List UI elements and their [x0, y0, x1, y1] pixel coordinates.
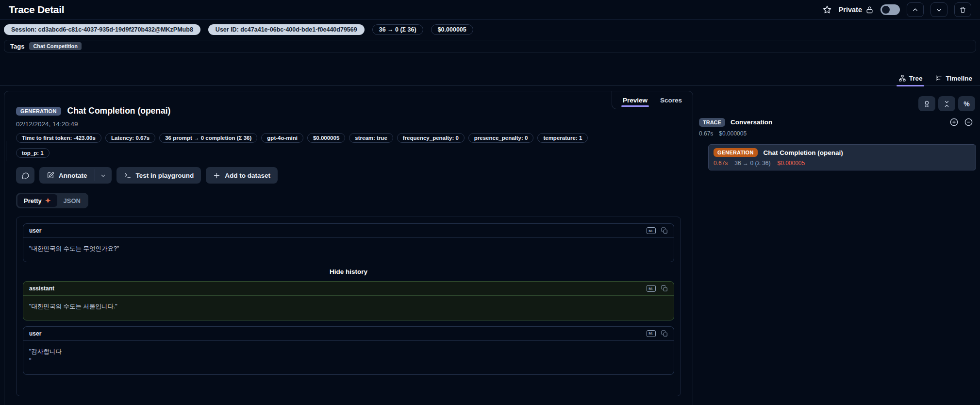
hide-history-button[interactable]: Hide history [23, 268, 674, 275]
annotate-split-button: Annotate [39, 167, 112, 184]
token-usage-badge: 36 → 0 (Σ 36) [372, 24, 423, 35]
format-json-segment[interactable]: JSON [57, 195, 87, 207]
copy-icon[interactable] [661, 285, 668, 292]
privacy-status: Private [839, 6, 874, 14]
tags-label: Tags [10, 43, 24, 50]
format-json-label: JSON [64, 197, 81, 204]
tag-chip[interactable]: Chat Competition [29, 42, 82, 50]
messages-container: user M↓ "대한민국의 수도는 무엇인가요?" Hide history … [16, 217, 681, 396]
session-badge[interactable]: Session: cd3abcd6-c81c-4037-935d-19d9f27… [4, 24, 200, 35]
bookmark-star-icon[interactable] [822, 5, 832, 15]
message-role-label: user [29, 330, 41, 337]
format-toggle: Pretty ✦ JSON [16, 193, 88, 208]
tab-preview[interactable]: Preview [623, 91, 648, 109]
trace-metrics: 0.67s $0.000005 [699, 130, 976, 137]
copy-icon[interactable] [661, 227, 668, 234]
markdown-toggle-icon[interactable]: M↓ [647, 330, 656, 337]
tab-scores-label: Scores [660, 97, 682, 104]
tab-preview-label: Preview [623, 97, 648, 104]
tree-icon [898, 74, 906, 82]
plus-icon [213, 172, 220, 179]
observation-detail-panel: Preview Scores GENERATION Chat Completio… [4, 91, 693, 405]
message-user-1: user M↓ "대한민국의 수도는 무엇인가요?" [23, 223, 674, 262]
observation-header: GENERATION Chat Completion (openai) [16, 106, 681, 116]
generation-item-header: GENERATION Chat Completion (openai) [714, 148, 971, 157]
trace-cost: $0.000005 [719, 130, 747, 137]
preview-scores-tabs: Preview Scores [612, 91, 693, 109]
metric-pill-temperature: temperature: 1 [537, 133, 588, 143]
tab-tree-label: Tree [909, 75, 923, 82]
trash-icon [959, 6, 966, 14]
collapse-all-button[interactable] [938, 96, 955, 111]
observation-type-badge: GENERATION [16, 107, 61, 116]
add-to-dataset-button[interactable]: Add to dataset [206, 167, 278, 184]
trace-root-row[interactable]: TRACE Conversation [699, 118, 976, 127]
tab-timeline-label: Timeline [946, 75, 972, 82]
delete-trace-button[interactable] [954, 2, 971, 17]
message-assistant: assistant M↓ "대한민국의 수도는 서울입니다." [23, 281, 674, 320]
test-in-playground-label: Test in playground [136, 172, 194, 179]
tree-item-generation[interactable]: GENERATION Chat Completion (openai) 0.67… [708, 144, 976, 170]
observation-metrics-row-2: top_p: 1 [16, 148, 681, 158]
message-content: "대한민국의 수도는 서울입니다." [23, 296, 674, 320]
user-id-badge[interactable]: User ID: dc47a41e-06bc-400d-bde1-f0e440d… [208, 24, 365, 35]
message-content: "대한민국의 수도는 무엇인가요?" [23, 238, 674, 262]
trace-latency: 0.67s [699, 130, 713, 137]
generation-tokens: 36 → 0 (Σ 36) [734, 160, 770, 167]
annotate-dropdown-button[interactable] [95, 167, 112, 184]
comments-button[interactable] [16, 167, 34, 184]
message-role-label: user [29, 227, 41, 234]
toggle-percentages-button[interactable]: % [958, 96, 975, 111]
generation-item-title: Chat Completion (openai) [764, 149, 843, 156]
scores-award-button[interactable] [918, 96, 935, 111]
tab-preview-active-underline [621, 105, 649, 107]
observation-metrics-row-1: Time to first token: -423.00s Latency: 0… [16, 133, 681, 143]
tab-tree-active-underline [897, 85, 925, 86]
expand-all-icon[interactable] [949, 118, 959, 127]
format-pretty-segment[interactable]: Pretty ✦ [17, 194, 57, 207]
total-cost-badge: $0.000005 [431, 24, 473, 35]
award-icon [923, 100, 930, 108]
annotate-label: Annotate [59, 172, 87, 179]
message-header-icons: M↓ [647, 285, 668, 292]
trace-id-row: Session: cd3abcd6-c81c-4037-935d-19d9f27… [0, 20, 980, 38]
metric-pill-stream: stream: true [349, 133, 393, 143]
header-controls: Private [822, 2, 971, 17]
public-toggle[interactable] [880, 4, 900, 15]
metric-pill-model[interactable]: gpt-4o-mini [261, 133, 303, 143]
chevron-down-icon [935, 6, 943, 14]
collapse-all-circle-icon[interactable] [964, 118, 973, 127]
generation-item-metrics: 0.67s 36 → 0 (Σ 36) $0.000005 [714, 160, 971, 167]
tags-row: Tags Chat Competition [4, 40, 976, 52]
next-trace-button[interactable] [930, 2, 947, 17]
trace-title: Conversation [731, 118, 772, 126]
tree-indent-guide [6, 141, 6, 161]
message-header-icons: M↓ [647, 330, 668, 337]
markdown-toggle-icon[interactable]: M↓ [647, 285, 656, 292]
annotate-pen-icon [47, 171, 54, 179]
prev-trace-button[interactable] [907, 2, 924, 17]
message-user-2: user M↓ "감사합니다 " [23, 326, 674, 375]
view-mode-tabs: Tree Timeline [0, 71, 980, 86]
generation-cost: $0.000005 [777, 160, 805, 167]
metric-pill-ttft: Time to first token: -423.00s [16, 133, 101, 143]
markdown-toggle-icon[interactable]: M↓ [647, 227, 656, 234]
tab-tree[interactable]: Tree [898, 71, 923, 85]
metric-pill-presence-penalty: presence_penalty: 0 [468, 133, 534, 143]
metric-pill-frequency-penalty: frequency_penalty: 0 [397, 133, 465, 143]
annotate-button[interactable]: Annotate [39, 167, 95, 184]
trace-tree-sidebar: % TRACE Conversation 0.67s $0.000005 GEN… [699, 91, 976, 170]
page-title: Trace Detail [9, 4, 64, 16]
test-in-playground-button[interactable]: Test in playground [116, 167, 201, 184]
metric-pill-latency: Latency: 0.67s [105, 133, 155, 143]
sparkles-icon: ✦ [45, 197, 51, 204]
message-role-label: assistant [29, 285, 54, 292]
tab-scores[interactable]: Scores [660, 91, 682, 109]
privacy-label: Private [839, 6, 862, 14]
tab-timeline[interactable]: Timeline [935, 71, 972, 85]
message-header: user M↓ [23, 224, 674, 238]
observation-title: Chat Completion (openai) [67, 106, 171, 116]
copy-icon[interactable] [661, 330, 668, 337]
message-header-icons: M↓ [647, 227, 668, 234]
metric-pill-cost: $0.000005 [307, 133, 345, 143]
